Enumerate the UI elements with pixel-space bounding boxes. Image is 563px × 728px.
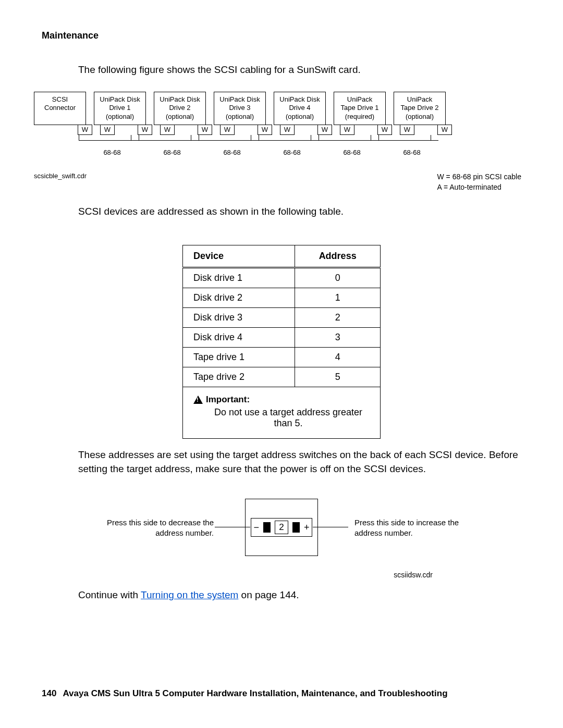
address-number: 2 [275,521,288,534]
connector-label: W [100,125,115,135]
header-address: Address [295,245,381,268]
continue-paragraph: Continue with Turning on the system on p… [78,588,521,602]
table-row: Disk drive 32 [183,308,381,328]
table-row: Disk drive 10 [183,268,381,288]
increase-button [292,522,300,533]
increase-label: Press this side to increase the address … [354,517,474,538]
page-footer: 140 Avaya CMS Sun Ultra 5 Computer Hardw… [42,688,448,699]
important-label: Important: [206,394,250,405]
page-number: 140 [42,688,56,698]
cable-label: 68-68 [206,145,258,156]
address-cell: 2 [295,308,381,328]
scsi-device-box: SCSIConnector [34,92,86,126]
cable-label: 68-68 [326,145,378,156]
important-body: Do not use a target address greater than… [207,407,370,429]
turning-on-system-link[interactable]: Turning on the system [141,589,238,600]
intro-paragraph: The following figure shows the SCSI cabl… [78,63,521,77]
scsi-device-box: UniPack DiskDrive 4(optional) [274,92,326,126]
address-cell: 5 [295,367,381,387]
address-switch-diagram: Press this side to decrease the address … [99,499,464,561]
cable-label: 68-68 [146,145,198,156]
scsi-device-box: UniPackTape Drive 2(optional) [394,92,446,126]
address-cell: 4 [295,348,381,367]
continue-pre: Continue with [78,589,141,600]
connector-label: W [198,125,212,135]
device-cell: Tape drive 2 [183,367,295,387]
connector-label: W [220,125,235,135]
address-cell: 0 [295,268,381,288]
plus-symbol: + [304,522,310,533]
connector-label: W [340,125,354,135]
legend-w: W = 68-68 pin SCSI cable [437,172,521,182]
address-cell: 1 [295,288,381,308]
decrease-label: Press this side to decrease the address … [94,517,214,538]
device-cell: Disk drive 2 [183,288,295,308]
para-switches: These addresses are set using the target… [78,448,521,476]
para-addressing: SCSI devices are addressed as shown in t… [78,205,521,219]
table-row: Disk drive 43 [183,328,381,348]
footer-title: Avaya CMS Sun Ultra 5 Computer Hardware … [63,688,447,698]
cable-label: 68-68 [86,145,138,156]
minus-symbol: − [253,522,259,533]
connector-label: W [160,125,175,135]
table-row: Disk drive 21 [183,288,381,308]
connector-label: W [317,125,332,135]
scsi-device-box: UniPack DiskDrive 1(optional) [94,92,146,126]
connector-label: W [437,125,452,135]
connector-label: W [138,125,152,135]
scsi-device-box: UniPack DiskDrive 3(optional) [214,92,266,126]
device-cell: Disk drive 3 [183,308,295,328]
legend-a: A = Auto-terminated [437,182,521,193]
diagram1-filename: scsicble_swift.cdr [34,172,87,192]
address-cell: 3 [295,328,381,348]
device-cell: Tape drive 1 [183,348,295,367]
table-row: Tape drive 14 [183,348,381,367]
connector-label: W [400,125,414,135]
device-cell: Disk drive 4 [183,328,295,348]
connector-label: W [258,125,272,135]
table-row: Tape drive 25 [183,367,381,387]
section-title: Maintenance [42,30,521,41]
decrease-button [263,522,271,533]
scsi-cabling-diagram: SCSIConnectorUniPack DiskDrive 1(optiona… [34,92,521,193]
header-device: Device [183,245,295,268]
connector-label: W [78,125,92,135]
warning-icon [193,396,203,404]
address-table: Device Address Disk drive 10Disk drive 2… [182,245,381,439]
continue-post: on page 144. [238,589,299,600]
scsi-device-box: UniPack DiskDrive 2(optional) [154,92,206,126]
connector-label: W [377,125,392,135]
scsi-device-box: UniPackTape Drive 1(required) [334,92,386,126]
device-cell: Disk drive 1 [183,268,295,288]
cable-label: 68-68 [386,145,438,156]
diagram2-filename: scsiidsw.cdr [42,571,433,579]
cable-label: 68-68 [266,145,318,156]
connector-label: W [280,125,295,135]
